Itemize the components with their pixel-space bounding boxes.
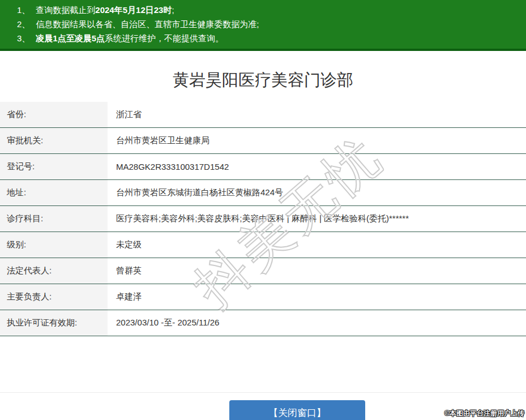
table-row: 登记号:MA28GK2R333100317D1542 [0, 154, 526, 180]
row-label: 法定代表人: [0, 258, 108, 284]
row-label: 执业许可证有效期: [0, 310, 108, 336]
row-label: 主要负责人: [0, 284, 108, 310]
notice-text: 2024年5月12日23时 [95, 5, 172, 15]
row-label: 审批机关: [0, 128, 108, 153]
notice-bar: 1、查询数据截止到2024年5月12日23时;2、信息数据结果以各省、自治区、直… [0, 0, 526, 51]
notice-text: 查询数据截止到 [36, 5, 95, 15]
notice-text: 系统进行维护，不能提供查询。 [105, 33, 224, 43]
row-label: 级别: [0, 232, 108, 258]
row-value: 医疗美容科;美容外科;美容皮肤科;美容中医科 | 麻醉科 | 医学检验科(委托)… [108, 206, 409, 232]
row-value: 卓建泽 [108, 284, 142, 310]
row-value: 台州市黄岩区东城街道白杨社区黄椒路424号 [108, 180, 283, 205]
row-value: 浙江省 [108, 102, 142, 127]
table-row: 级别:未定级 [0, 232, 526, 258]
notice-item: 3、凌晨1点至凌晨5点系统进行维护，不能提供查询。 [0, 31, 526, 45]
notice-number: 2、 [17, 19, 30, 29]
detail-table: 省份:浙江省审批机关:台州市黄岩区卫生健康局登记号:MA28GK2R333100… [0, 102, 526, 336]
close-window-button[interactable]: 【关闭窗口】 [229, 400, 365, 420]
row-value: 未定级 [108, 232, 142, 258]
notice-list: 1、查询数据截止到2024年5月12日23时;2、信息数据结果以各省、自治区、直… [0, 3, 526, 45]
table-row: 省份:浙江省 [0, 102, 526, 128]
row-label: 登记号: [0, 154, 108, 179]
row-value: 台州市黄岩区卫生健康局 [108, 128, 209, 153]
row-label: 诊疗科目: [0, 206, 108, 232]
row-value: 曾群英 [108, 258, 142, 284]
notice-number: 1、 [17, 5, 30, 15]
page-title: 黄岩昊阳医疗美容门诊部 [0, 71, 526, 89]
row-value: 2023/03/10 -至- 2025/11/26 [108, 310, 219, 336]
table-row: 主要负责人:卓建泽 [0, 284, 526, 310]
notice-number: 3、 [17, 33, 30, 43]
row-label: 省份: [0, 102, 108, 127]
row-value: MA28GK2R333100317D1542 [108, 154, 229, 179]
table-row: 法定代表人:曾群英 [0, 258, 526, 284]
table-row: 执业许可证有效期:2023/03/10 -至- 2025/11/26 [0, 310, 526, 336]
upload-credit: ©本图由平台注册用户上传 [444, 409, 524, 418]
notice-text: ; [172, 5, 174, 15]
notice-text: 凌晨1点至凌晨5点 [36, 33, 105, 43]
notice-item: 2、信息数据结果以各省、自治区、直辖市卫生健康委数据为准; [0, 17, 526, 31]
notice-text: 信息数据结果以各省、自治区、直辖市卫生健康委数据为准; [36, 19, 259, 29]
notice-item: 1、查询数据截止到2024年5月12日23时; [0, 3, 526, 17]
table-row: 审批机关:台州市黄岩区卫生健康局 [0, 128, 526, 154]
row-label: 地址: [0, 180, 108, 205]
table-row: 诊疗科目:医疗美容科;美容外科;美容皮肤科;美容中医科 | 麻醉科 | 医学检验… [0, 206, 526, 232]
table-row: 地址:台州市黄岩区东城街道白杨社区黄椒路424号 [0, 180, 526, 206]
